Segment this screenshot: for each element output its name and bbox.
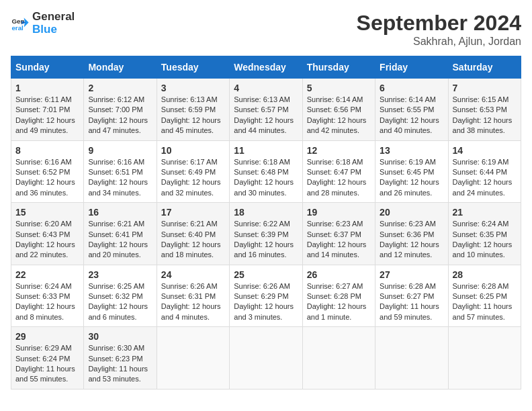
- day-info: Sunrise: 6:19 AMSunset: 6:45 PMDaylight:…: [380, 157, 443, 199]
- logo-icon: Gen eral: [11, 14, 30, 33]
- day-info: Sunrise: 6:13 AMSunset: 6:59 PMDaylight:…: [161, 95, 225, 136]
- weekday-header-sunday: Sunday: [11, 56, 84, 79]
- calendar-cell: 25 Sunrise: 6:26 AMSunset: 6:29 PMDaylig…: [230, 265, 302, 327]
- day-info: Sunrise: 6:24 AMSunset: 6:33 PMDaylight:…: [15, 281, 79, 323]
- day-info: Sunrise: 6:28 AMSunset: 6:27 PMDaylight:…: [380, 281, 443, 323]
- logo-line2: Blue: [32, 24, 75, 36]
- calendar-cell: 22 Sunrise: 6:24 AMSunset: 6:33 PMDaylig…: [11, 265, 84, 327]
- day-number: 16: [88, 207, 152, 218]
- day-info: Sunrise: 6:22 AMSunset: 6:39 PMDaylight:…: [234, 219, 298, 261]
- day-number: 2: [88, 83, 152, 93]
- calendar-cell: 11 Sunrise: 6:18 AMSunset: 6:48 PMDaylig…: [230, 140, 302, 203]
- day-info: Sunrise: 6:28 AMSunset: 6:25 PMDaylight:…: [453, 281, 517, 323]
- day-info: Sunrise: 6:14 AMSunset: 6:56 PMDaylight:…: [307, 95, 371, 136]
- weekday-header-row: SundayMondayTuesdayWednesdayThursdayFrid…: [11, 56, 521, 79]
- day-info: Sunrise: 6:16 AMSunset: 6:52 PMDaylight:…: [15, 157, 79, 199]
- page-header: Gen eral General Blue September 2024 Sak…: [11, 11, 521, 48]
- day-number: 5: [307, 83, 371, 93]
- day-info: Sunrise: 6:11 AMSunset: 7:01 PMDaylight:…: [15, 95, 79, 136]
- calendar-cell: 24 Sunrise: 6:26 AMSunset: 6:31 PMDaylig…: [157, 265, 229, 327]
- day-number: 3: [161, 83, 225, 93]
- day-info: Sunrise: 6:18 AMSunset: 6:47 PMDaylight:…: [307, 157, 371, 199]
- calendar-cell: 13 Sunrise: 6:19 AMSunset: 6:45 PMDaylig…: [375, 140, 448, 203]
- day-info: Sunrise: 6:27 AMSunset: 6:28 PMDaylight:…: [307, 281, 371, 323]
- day-number: 6: [380, 83, 443, 93]
- calendar-cell: 2 Sunrise: 6:12 AMSunset: 7:00 PMDayligh…: [84, 79, 157, 141]
- day-info: Sunrise: 6:17 AMSunset: 6:49 PMDaylight:…: [161, 157, 225, 199]
- day-number: 21: [453, 207, 517, 218]
- day-number: 24: [161, 269, 225, 280]
- location-title: Sakhrah, Ajlun, Jordan: [357, 36, 521, 48]
- calendar-cell: [302, 327, 375, 390]
- day-number: 8: [15, 145, 79, 156]
- month-title: September 2024: [357, 11, 521, 36]
- calendar-cell: 20 Sunrise: 6:23 AMSunset: 6:36 PMDaylig…: [375, 203, 448, 265]
- day-info: Sunrise: 6:26 AMSunset: 6:31 PMDaylight:…: [161, 281, 225, 323]
- day-number: 9: [88, 145, 152, 156]
- calendar-cell: 26 Sunrise: 6:27 AMSunset: 6:28 PMDaylig…: [302, 265, 375, 327]
- calendar-cell: 29 Sunrise: 6:29 AMSunset: 6:24 PMDaylig…: [11, 327, 84, 390]
- calendar-cell: 28 Sunrise: 6:28 AMSunset: 6:25 PMDaylig…: [448, 265, 521, 327]
- logo-line1: General: [32, 11, 75, 24]
- day-info: Sunrise: 6:20 AMSunset: 6:43 PMDaylight:…: [15, 219, 79, 261]
- day-number: 10: [161, 145, 225, 156]
- calendar-week-row: 1 Sunrise: 6:11 AMSunset: 7:01 PMDayligh…: [11, 79, 521, 141]
- day-info: Sunrise: 6:12 AMSunset: 7:00 PMDaylight:…: [88, 95, 152, 136]
- calendar-week-row: 8 Sunrise: 6:16 AMSunset: 6:52 PMDayligh…: [11, 140, 521, 203]
- day-number: 14: [453, 145, 517, 156]
- weekday-header-wednesday: Wednesday: [230, 56, 302, 79]
- calendar-table: SundayMondayTuesdayWednesdayThursdayFrid…: [11, 56, 521, 390]
- day-number: 7: [453, 83, 517, 93]
- day-info: Sunrise: 6:21 AMSunset: 6:40 PMDaylight:…: [161, 219, 225, 261]
- calendar-cell: 6 Sunrise: 6:14 AMSunset: 6:55 PMDayligh…: [375, 79, 448, 141]
- calendar-cell: [375, 327, 448, 390]
- calendar-cell: 30 Sunrise: 6:30 AMSunset: 6:23 PMDaylig…: [84, 327, 157, 390]
- day-number: 13: [380, 145, 443, 156]
- day-info: Sunrise: 6:23 AMSunset: 6:36 PMDaylight:…: [380, 219, 443, 261]
- day-info: Sunrise: 6:15 AMSunset: 6:53 PMDaylight:…: [453, 95, 517, 136]
- weekday-header-saturday: Saturday: [448, 56, 521, 79]
- day-number: 22: [15, 269, 79, 280]
- day-number: 15: [15, 207, 79, 218]
- calendar-week-row: 29 Sunrise: 6:29 AMSunset: 6:24 PMDaylig…: [11, 327, 521, 390]
- logo: Gen eral General Blue: [11, 11, 75, 36]
- calendar-cell: [157, 327, 229, 390]
- weekday-header-friday: Friday: [375, 56, 448, 79]
- calendar-cell: [448, 327, 521, 390]
- calendar-cell: 5 Sunrise: 6:14 AMSunset: 6:56 PMDayligh…: [302, 79, 375, 141]
- calendar-cell: 1 Sunrise: 6:11 AMSunset: 7:01 PMDayligh…: [11, 79, 84, 141]
- day-number: 19: [307, 207, 371, 218]
- day-number: 28: [453, 269, 517, 280]
- calendar-week-row: 22 Sunrise: 6:24 AMSunset: 6:33 PMDaylig…: [11, 265, 521, 327]
- calendar-cell: 9 Sunrise: 6:16 AMSunset: 6:51 PMDayligh…: [84, 140, 157, 203]
- calendar-cell: 17 Sunrise: 6:21 AMSunset: 6:40 PMDaylig…: [157, 203, 229, 265]
- day-info: Sunrise: 6:25 AMSunset: 6:32 PMDaylight:…: [88, 281, 152, 323]
- calendar-cell: 8 Sunrise: 6:16 AMSunset: 6:52 PMDayligh…: [11, 140, 84, 203]
- calendar-cell: 10 Sunrise: 6:17 AMSunset: 6:49 PMDaylig…: [157, 140, 229, 203]
- day-info: Sunrise: 6:19 AMSunset: 6:44 PMDaylight:…: [453, 157, 517, 199]
- day-info: Sunrise: 6:13 AMSunset: 6:57 PMDaylight:…: [234, 95, 298, 136]
- day-info: Sunrise: 6:24 AMSunset: 6:35 PMDaylight:…: [453, 219, 517, 261]
- day-number: 23: [88, 269, 152, 280]
- calendar-cell: [230, 327, 302, 390]
- day-info: Sunrise: 6:16 AMSunset: 6:51 PMDaylight:…: [88, 157, 152, 199]
- calendar-cell: 4 Sunrise: 6:13 AMSunset: 6:57 PMDayligh…: [230, 79, 302, 141]
- weekday-header-monday: Monday: [84, 56, 157, 79]
- day-number: 29: [15, 331, 79, 342]
- calendar-cell: 19 Sunrise: 6:23 AMSunset: 6:37 PMDaylig…: [302, 203, 375, 265]
- calendar-cell: 16 Sunrise: 6:21 AMSunset: 6:41 PMDaylig…: [84, 203, 157, 265]
- calendar-cell: 21 Sunrise: 6:24 AMSunset: 6:35 PMDaylig…: [448, 203, 521, 265]
- day-info: Sunrise: 6:30 AMSunset: 6:23 PMDaylight:…: [88, 343, 152, 385]
- day-info: Sunrise: 6:14 AMSunset: 6:55 PMDaylight:…: [380, 95, 443, 136]
- day-number: 11: [234, 145, 298, 156]
- calendar-cell: 12 Sunrise: 6:18 AMSunset: 6:47 PMDaylig…: [302, 140, 375, 203]
- day-number: 17: [161, 207, 225, 218]
- calendar-cell: 7 Sunrise: 6:15 AMSunset: 6:53 PMDayligh…: [448, 79, 521, 141]
- calendar-week-row: 15 Sunrise: 6:20 AMSunset: 6:43 PMDaylig…: [11, 203, 521, 265]
- calendar-cell: 14 Sunrise: 6:19 AMSunset: 6:44 PMDaylig…: [448, 140, 521, 203]
- weekday-header-tuesday: Tuesday: [157, 56, 229, 79]
- day-number: 18: [234, 207, 298, 218]
- svg-text:eral: eral: [11, 24, 24, 31]
- title-block: September 2024 Sakhrah, Ajlun, Jordan: [357, 11, 521, 48]
- day-number: 12: [307, 145, 371, 156]
